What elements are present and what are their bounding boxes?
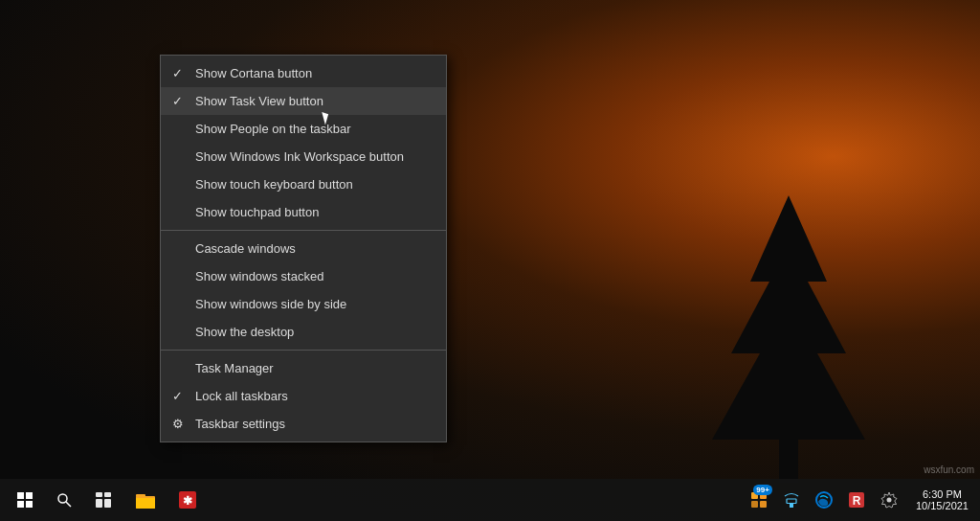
menu-item-label: Cascade windows bbox=[195, 241, 296, 256]
taskbar: ✱ 99+ bbox=[0, 479, 980, 521]
svg-rect-8 bbox=[136, 498, 155, 509]
desktop-background bbox=[0, 0, 980, 521]
gear-icon: ⚙ bbox=[172, 417, 184, 431]
system-tray: 99+ R bbox=[744, 479, 904, 521]
menu-item-label: Taskbar settings bbox=[195, 417, 285, 431]
svg-line-1 bbox=[66, 502, 71, 507]
menu-item-label: Lock all taskbars bbox=[195, 389, 288, 403]
menu-item-label: Show touch keyboard button bbox=[195, 177, 353, 192]
vpn-icon[interactable]: R bbox=[841, 479, 872, 521]
svg-rect-4 bbox=[96, 499, 102, 508]
checkmark-icon: ✓ bbox=[172, 389, 183, 403]
menu-item-show-stacked[interactable]: Show windows stacked bbox=[161, 262, 446, 290]
menu-item-label: Task Manager bbox=[195, 361, 274, 375]
red-app-icon[interactable]: ✱ bbox=[167, 479, 209, 521]
svg-text:R: R bbox=[853, 494, 861, 508]
menu-item-task-manager[interactable]: Task Manager bbox=[161, 354, 446, 382]
edge-icon[interactable] bbox=[809, 479, 839, 521]
settings-tray-icon[interactable] bbox=[874, 479, 904, 521]
checkmark-icon: ✓ bbox=[172, 94, 183, 108]
search-icon bbox=[56, 492, 72, 508]
menu-item-show-task-view[interactable]: ✓Show Task View button bbox=[161, 87, 446, 115]
menu-item-show-touch-keyboard[interactable]: Show touch keyboard button bbox=[161, 170, 446, 198]
search-button[interactable] bbox=[46, 485, 82, 515]
pinned-apps-area: ✱ bbox=[124, 479, 209, 521]
menu-item-show-touchpad[interactable]: Show touchpad button bbox=[161, 198, 446, 226]
clock-date: 10/15/2021 bbox=[916, 500, 969, 511]
svg-point-20 bbox=[886, 498, 891, 503]
windows-logo-icon bbox=[17, 492, 33, 508]
system-clock[interactable]: 6:30 PM 10/15/2021 bbox=[908, 479, 976, 521]
store-icon[interactable]: 99+ bbox=[744, 479, 774, 521]
menu-item-label: Show Task View button bbox=[195, 94, 323, 108]
menu-item-show-people[interactable]: Show People on the taskbar bbox=[161, 115, 446, 143]
menu-item-label: Show Cortana button bbox=[195, 66, 312, 80]
menu-item-label: Show the desktop bbox=[195, 325, 294, 339]
menu-item-show-desktop[interactable]: Show the desktop bbox=[161, 318, 446, 346]
clock-time: 6:30 PM bbox=[923, 488, 962, 500]
svg-rect-2 bbox=[96, 492, 102, 497]
menu-item-taskbar-settings[interactable]: ⚙Taskbar settings bbox=[161, 410, 446, 438]
task-view-button[interactable] bbox=[82, 479, 124, 521]
menu-item-lock-taskbars[interactable]: ✓Lock all taskbars bbox=[161, 382, 446, 410]
svg-text:✱: ✱ bbox=[183, 494, 192, 508]
svg-point-0 bbox=[58, 494, 67, 503]
checkmark-icon: ✓ bbox=[172, 66, 183, 80]
svg-rect-3 bbox=[104, 492, 111, 497]
menu-item-label: Show People on the taskbar bbox=[195, 122, 351, 136]
menu-item-show-ink[interactable]: Show Windows Ink Workspace button bbox=[161, 143, 446, 170]
menu-divider bbox=[161, 350, 446, 351]
menu-item-label: Show windows side by side bbox=[195, 297, 346, 311]
watermark: wsxfun.com bbox=[924, 464, 974, 475]
store-badge: 99+ bbox=[753, 485, 772, 495]
menu-item-show-cortana[interactable]: ✓Show Cortana button bbox=[161, 59, 446, 87]
svg-rect-14 bbox=[760, 501, 767, 508]
file-explorer-icon[interactable] bbox=[124, 479, 167, 521]
menu-item-label: Show Windows Ink Workspace button bbox=[195, 149, 404, 164]
svg-rect-16 bbox=[787, 499, 796, 504]
menu-item-label: Show windows stacked bbox=[195, 269, 323, 283]
svg-rect-5 bbox=[104, 499, 111, 508]
svg-rect-13 bbox=[751, 501, 758, 508]
start-button[interactable] bbox=[4, 479, 46, 521]
menu-item-cascade-windows[interactable]: Cascade windows bbox=[161, 235, 446, 262]
menu-divider bbox=[161, 230, 446, 231]
menu-item-label: Show touchpad button bbox=[195, 205, 319, 219]
network-icon[interactable] bbox=[776, 479, 807, 521]
task-view-icon bbox=[95, 491, 112, 509]
menu-item-show-side-by-side[interactable]: Show windows side by side bbox=[161, 290, 446, 318]
context-menu: ✓Show Cortana button✓Show Task View butt… bbox=[160, 55, 447, 442]
